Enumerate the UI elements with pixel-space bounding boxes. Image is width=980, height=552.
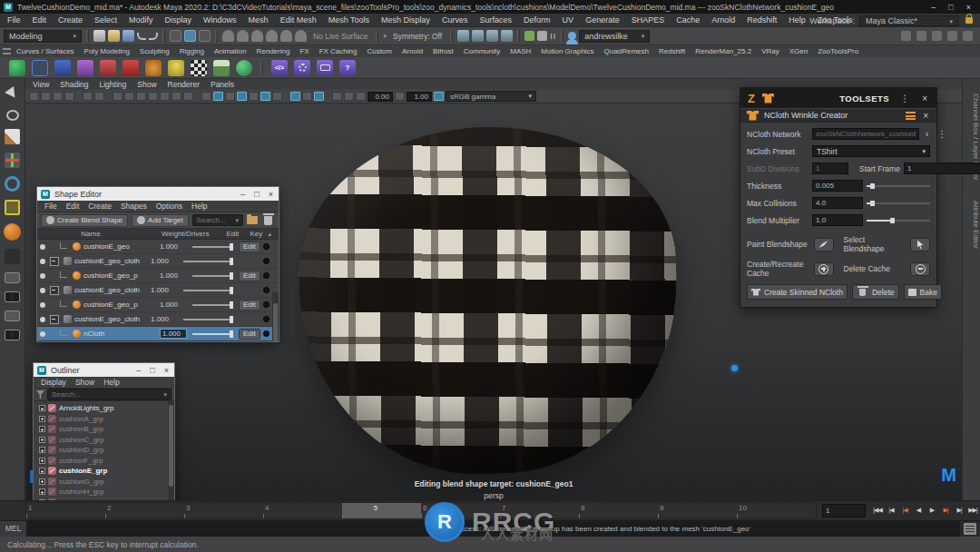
edit-button[interactable]: Edit	[239, 271, 260, 281]
render-settings-icon[interactable]	[486, 30, 498, 42]
move-tool-icon[interactable]	[5, 153, 20, 168]
shelf-lightbulb-icon[interactable]	[168, 60, 184, 76]
shelf-tab[interactable]: Bifrost	[433, 47, 454, 55]
select-object-icon[interactable]	[184, 30, 196, 42]
menu-item[interactable]: Edit Mesh	[280, 15, 317, 25]
target-name[interactable]: cushionE_geo_cloth	[74, 286, 151, 294]
lock-camera-icon[interactable]	[41, 92, 51, 101]
menu-item[interactable]: Display	[165, 15, 192, 25]
shelf-tab[interactable]: FX	[299, 47, 309, 55]
weight-value[interactable]: 1.000	[160, 301, 187, 309]
shape-editor-titlebar[interactable]: M Shape Editor – □ ×	[37, 187, 279, 201]
start-frame-field[interactable]	[904, 163, 980, 174]
visibility-dot[interactable]	[40, 259, 45, 264]
xray-joints-icon[interactable]	[314, 92, 324, 101]
shelf-tab[interactable]: QuadRemesh	[604, 47, 649, 55]
single-pane-layout-icon[interactable]	[5, 272, 20, 283]
weight-value[interactable]: 1.000	[160, 242, 187, 251]
color-management-icon[interactable]	[434, 92, 444, 101]
lasso-tool-icon[interactable]	[6, 110, 19, 121]
folder-icon[interactable]	[247, 216, 258, 224]
shelf-checker-icon[interactable]	[191, 60, 207, 76]
edit-button[interactable]: Edit	[239, 300, 260, 310]
expand-icon[interactable]	[39, 437, 45, 443]
render-icon[interactable]	[457, 30, 469, 42]
time-slider-track[interactable]: 1 2 3 4 5	[25, 502, 817, 519]
column-weight-drivers[interactable]: Weight/Drivers	[144, 230, 226, 238]
sidebar-modeling-toolkit-icon[interactable]	[901, 31, 911, 41]
sidebar-humanik-icon[interactable]	[916, 31, 926, 41]
key-dot[interactable]	[260, 316, 271, 322]
node-name[interactable]: cushionE_grp	[59, 467, 107, 475]
timeline-frame[interactable]: 7	[500, 503, 579, 518]
shelf-menu-icon[interactable]	[3, 48, 11, 54]
lock-workspace-icon[interactable]	[965, 17, 973, 24]
edit-button[interactable]: Edit	[239, 329, 260, 340]
max-collisions-slider[interactable]	[867, 202, 930, 204]
timeline-frame[interactable]: 3	[184, 503, 263, 518]
playback-button[interactable]: ▶▶|	[966, 503, 979, 518]
close-icon[interactable]: ×	[920, 94, 929, 104]
shelf-tab[interactable]: VRay	[761, 47, 779, 55]
expand-icon[interactable]	[39, 458, 45, 464]
column-edit[interactable]: Edit	[226, 230, 250, 238]
key-dot[interactable]	[260, 330, 271, 337]
script-editor-icon[interactable]	[964, 523, 976, 535]
menu-item[interactable]: Edit	[33, 15, 47, 25]
select-camera-icon[interactable]	[29, 92, 39, 101]
key-dot[interactable]	[260, 272, 271, 279]
node-name[interactable]: cushionF_grp	[59, 457, 103, 465]
panel-menu-item[interactable]: Renderer	[168, 80, 200, 89]
weight-value[interactable]: 1.000	[160, 329, 187, 339]
playback-button[interactable]: |◀◀	[871, 503, 884, 518]
outliner-item[interactable]: cushionF_grp	[34, 456, 174, 467]
shelf-gear-icon[interactable]	[294, 60, 310, 76]
shelf-green-ball-icon[interactable]	[236, 60, 252, 76]
cushion-mesh[interactable]	[295, 123, 681, 479]
timeline-frame[interactable]: 9	[658, 503, 737, 518]
menu-item[interactable]: Help	[191, 202, 207, 211]
playback-button[interactable]: |◀	[898, 503, 911, 518]
weight-slider[interactable]	[192, 246, 233, 248]
menu-item[interactable]: Arnold	[711, 15, 735, 25]
bake-button[interactable]: Bake	[904, 284, 942, 300]
safe-action-icon[interactable]	[172, 92, 181, 101]
weight-value[interactable]: 1.000	[160, 271, 187, 280]
shape-editor-search[interactable]: ▾	[192, 214, 243, 226]
expand-icon[interactable]	[39, 488, 45, 495]
paint-blendshape-button[interactable]	[814, 238, 834, 251]
menu-item[interactable]: Create	[88, 202, 112, 211]
timeline-frame[interactable]: 5	[342, 503, 421, 518]
blend-multiplier-field[interactable]	[812, 214, 863, 226]
menu-item[interactable]: Create	[58, 15, 83, 25]
max-collisions-field[interactable]	[812, 197, 863, 209]
shelf-tab[interactable]: ZooToolsPro	[818, 47, 858, 55]
select-blendshape-button[interactable]	[910, 238, 930, 251]
symmetry-selector[interactable]: Symmetry: Off	[389, 32, 446, 41]
outliner-item[interactable]: cushionA_grp	[34, 414, 174, 425]
shelf-keyboard-icon[interactable]	[317, 60, 333, 76]
visibility-dot[interactable]	[40, 317, 45, 322]
add-target-button[interactable]: Add Target	[132, 214, 189, 227]
search-input[interactable]	[52, 390, 160, 399]
kebab-menu-icon[interactable]: ⋮	[897, 94, 913, 104]
outliner-item[interactable]: cushionH_grp	[34, 487, 174, 498]
snap-point-icon[interactable]	[251, 30, 263, 42]
sidebar-tool-settings-icon[interactable]	[947, 31, 957, 41]
weight-slider[interactable]	[192, 333, 233, 335]
tool-placeholder-icon[interactable]	[5, 249, 20, 264]
expand-icon[interactable]	[39, 468, 45, 474]
playback-button[interactable]: ▶|	[953, 503, 965, 518]
mel-mode-button[interactable]: MEL	[0, 521, 27, 537]
create-cache-button[interactable]	[814, 262, 834, 276]
shelf-tab[interactable]: FX Caching	[319, 47, 358, 55]
delete-button[interactable]: Delete	[852, 284, 899, 300]
target-name[interactable]: nCloth	[83, 330, 160, 338]
rotate-tool-icon[interactable]	[5, 176, 20, 192]
colorspace-selector[interactable]: sRGB gamma ▾	[446, 91, 536, 102]
subd-field[interactable]	[812, 163, 848, 174]
pause-icon[interactable]: II	[550, 32, 556, 41]
panel-menu-icon[interactable]	[906, 112, 916, 120]
panel-menu-item[interactable]: Shading	[60, 80, 88, 89]
four-pane-layout-icon[interactable]	[5, 291, 20, 302]
